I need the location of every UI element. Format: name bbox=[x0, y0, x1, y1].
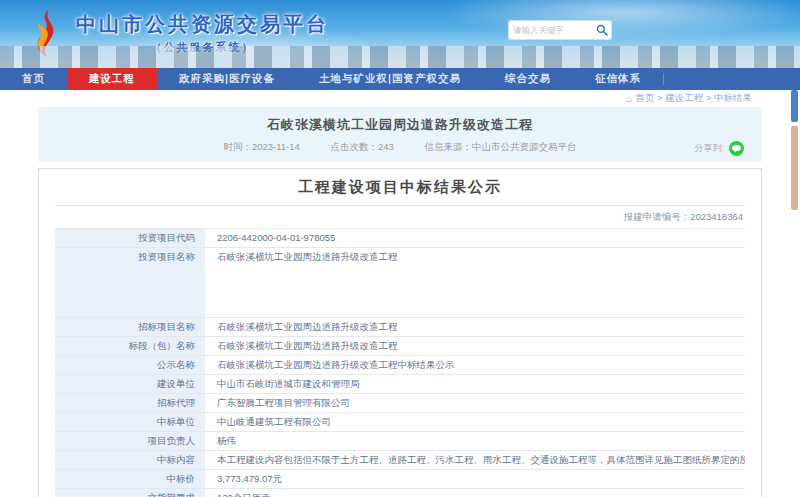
breadcrumb-text[interactable]: 首页 > 建设工程 > 中标结果 bbox=[635, 92, 752, 105]
row-value: 石岐张溪横坑工业园周边道路升级改造工程 bbox=[205, 337, 745, 355]
nav-item-comprehensive[interactable]: 综合交易 bbox=[483, 68, 573, 90]
row-value: 3,773,479.07元 bbox=[205, 470, 745, 488]
search-button[interactable] bbox=[593, 21, 611, 39]
floating-sidebar-tab-bottom[interactable] bbox=[791, 126, 798, 210]
row-label: 投资项目名称 bbox=[55, 248, 205, 317]
nav-item-credit[interactable]: 征信体系 bbox=[573, 68, 663, 90]
page-title: 石岐张溪横坑工业园周边道路升级改造工程 bbox=[38, 116, 762, 134]
table-row: 中标内容 本工程建设内容包括但不限于土方工程、道路工程、污水工程、雨水工程、交通… bbox=[55, 451, 745, 470]
row-value: 120个日历天 bbox=[205, 489, 745, 497]
row-label: 项目负责人 bbox=[55, 432, 205, 450]
row-value: 杨伟 bbox=[205, 432, 745, 450]
row-value: 广东智腾工程项目管理有限公司 bbox=[205, 394, 745, 412]
row-label: 招标项目名称 bbox=[55, 318, 205, 336]
table-row: 项目负责人 杨伟 bbox=[55, 432, 745, 451]
row-value: 石岐张溪横坑工业园周边道路升级改造工程中标结果公示 bbox=[205, 356, 745, 374]
table-row: 标段（包）名称 石岐张溪横坑工业园周边道路升级改造工程 bbox=[55, 337, 745, 356]
wechat-share-icon[interactable] bbox=[729, 141, 744, 156]
meta-clicks: 点击次数：243 bbox=[331, 141, 394, 152]
bid-result-table: 投资项目代码 2206-442000-04-01-978055 投资项目名称 石… bbox=[55, 228, 745, 497]
title-card: 石岐张溪横坑工业园周边道路升级改造工程 时间：2023-11-14 点击次数：2… bbox=[38, 107, 762, 162]
header-banner: 中山市公共资源交易平台 （公共服务系统） bbox=[0, 0, 800, 68]
row-value: 石岐张溪横坑工业园周边道路升级改造工程 bbox=[205, 248, 745, 317]
row-label: 中标内容 bbox=[55, 451, 205, 469]
row-label: 中标单位 bbox=[55, 413, 205, 431]
nav-item-land-mining[interactable]: 土地与矿业权|国资产权交易 bbox=[297, 68, 483, 90]
table-row: 中标价 3,773,479.07元 bbox=[55, 470, 745, 489]
announcement-card: 工程建设项目中标结果公示 报建申请编号：2023418364 投资项目代码 22… bbox=[38, 168, 762, 497]
application-number-label: 报建申请编号： bbox=[624, 211, 691, 222]
home-icon: ⌂ bbox=[626, 93, 632, 104]
nav-item-construction[interactable]: 建设工程 bbox=[67, 68, 157, 90]
floating-sidebar-tab-top[interactable] bbox=[791, 90, 798, 122]
header-buildings-photo bbox=[0, 46, 800, 68]
row-value: 本工程建设内容包括但不限于土方工程、道路工程、污水工程、雨水工程、交通设施工程等… bbox=[205, 451, 745, 469]
nav-separator bbox=[663, 73, 664, 85]
application-number-value: 2023418364 bbox=[690, 211, 743, 222]
search-input[interactable] bbox=[509, 25, 593, 35]
meta-time: 时间：2023-11-14 bbox=[223, 141, 299, 152]
search-box bbox=[508, 20, 612, 40]
table-row: 招标项目名称 石岐张溪横坑工业园周边道路升级改造工程 bbox=[55, 318, 745, 337]
application-number: 报建申请编号：2023418364 bbox=[55, 206, 745, 228]
row-label: 公示名称 bbox=[55, 356, 205, 374]
table-row: 公示名称 石岐张溪横坑工业园周边道路升级改造工程中标结果公示 bbox=[55, 356, 745, 375]
main-nav: 首页 建设工程 政府采购|医疗设备 土地与矿业权|国资产权交易 综合交易 征信体… bbox=[0, 68, 800, 90]
meta-line: 时间：2023-11-14 点击次数：243 信息来源：中山市公共资源交易平台 bbox=[38, 141, 762, 154]
meta-source: 信息来源：中山市公共资源交易平台 bbox=[425, 141, 577, 152]
nav-item-home[interactable]: 首页 bbox=[0, 68, 67, 90]
table-row: 投资项目代码 2206-442000-04-01-978055 bbox=[55, 229, 745, 248]
breadcrumb: ⌂ 首页 > 建设工程 > 中标结果 bbox=[0, 90, 800, 107]
share-wrap: 分享到: bbox=[694, 141, 744, 156]
announcement-heading: 工程建设项目中标结果公示 bbox=[55, 169, 745, 206]
table-row: 投资项目名称 石岐张溪横坑工业园周边道路升级改造工程 bbox=[55, 248, 745, 318]
row-label: 中标价 bbox=[55, 470, 205, 488]
row-label: 交货期要求 bbox=[55, 489, 205, 497]
row-label: 标段（包）名称 bbox=[55, 337, 205, 355]
row-label: 建设单位 bbox=[55, 375, 205, 393]
table-row: 建设单位 中山市石岐街道城市建设和管理局 bbox=[55, 375, 745, 394]
row-value: 2206-442000-04-01-978055 bbox=[205, 229, 745, 247]
search-icon bbox=[596, 24, 608, 36]
table-row: 招标代理 广东智腾工程项目管理有限公司 bbox=[55, 394, 745, 413]
row-value: 中山市石岐街道城市建设和管理局 bbox=[205, 375, 745, 393]
row-label: 招标代理 bbox=[55, 394, 205, 412]
table-row: 交货期要求 120个日历天 bbox=[55, 489, 745, 497]
row-value: 中山岐通建筑工程有限公司 bbox=[205, 413, 745, 431]
share-label: 分享到: bbox=[694, 142, 724, 155]
table-row: 中标单位 中山岐通建筑工程有限公司 bbox=[55, 413, 745, 432]
site-title: 中山市公共资源交易平台 bbox=[76, 11, 329, 38]
nav-item-procurement[interactable]: 政府采购|医疗设备 bbox=[157, 68, 297, 90]
row-label: 投资项目代码 bbox=[55, 229, 205, 247]
row-value: 石岐张溪横坑工业园周边道路升级改造工程 bbox=[205, 318, 745, 336]
